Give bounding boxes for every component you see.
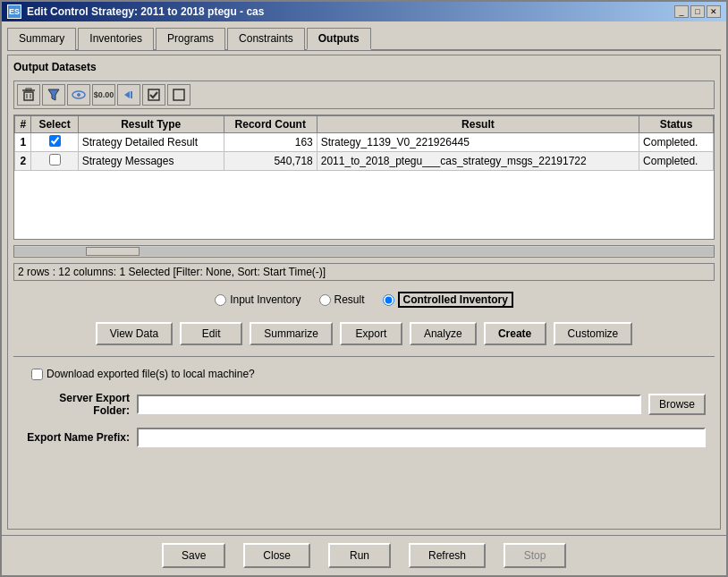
row-2-status: Completed. (639, 152, 714, 171)
radio-group: Input Inventory Result Controlled Invent… (13, 286, 715, 313)
server-export-label: Server Export Folder: (22, 392, 130, 417)
download-label: Download exported file(s) to local machi… (47, 368, 255, 380)
horizontal-scrollbar[interactable] (13, 245, 715, 258)
scrollbar-track (14, 247, 714, 256)
table-toolbar: $0.00 (13, 81, 715, 109)
svg-point-7 (77, 93, 80, 97)
radio-result[interactable]: Result (319, 293, 365, 306)
summarize-button[interactable]: Summarize (250, 322, 333, 345)
svg-marker-5 (48, 89, 59, 100)
close-window-button[interactable]: ✕ (707, 5, 721, 18)
svg-rect-0 (24, 92, 33, 100)
tabs-bar: Summary Inventories Programs Constraints… (7, 27, 721, 51)
server-export-row: Server Export Folder: Browse (13, 389, 715, 420)
create-button[interactable]: Create (484, 322, 546, 345)
tab-summary[interactable]: Summary (7, 28, 76, 50)
table-row[interactable]: 2 Strategy Messages 540,718 2011_to_2018… (15, 152, 714, 171)
window-controls: _ □ ✕ (674, 5, 721, 18)
svg-rect-10 (148, 89, 159, 100)
save-button[interactable]: Save (162, 543, 225, 568)
col-num: # (15, 116, 31, 133)
run-button[interactable]: Run (328, 543, 391, 568)
separator-1 (13, 356, 715, 357)
outputs-panel: Output Datasets $0.00 (7, 55, 721, 530)
svg-rect-11 (174, 89, 184, 100)
download-checkbox[interactable] (31, 369, 43, 380)
row-1-result-type: Strategy Detailed Result (78, 133, 224, 152)
edit-button[interactable]: Edit (180, 322, 242, 345)
row-2-result: 2011_to_2018_ptegu___cas_strategy_msgs_2… (317, 152, 639, 171)
row-2-record-count: 540,718 (224, 152, 317, 171)
download-checkbox-row: Download exported file(s) to local machi… (13, 364, 715, 384)
svg-marker-8 (124, 91, 130, 98)
radio-result-label: Result (334, 293, 365, 306)
app-icon: ES (7, 4, 21, 19)
rewind-button[interactable] (117, 84, 140, 106)
check-button[interactable] (142, 84, 165, 106)
export-name-label: Export Name Prefix: (22, 431, 130, 444)
row-2-result-type: Strategy Messages (78, 152, 224, 171)
svg-rect-2 (26, 89, 31, 90)
cost-button[interactable]: $0.00 (92, 84, 115, 106)
customize-button[interactable]: Customize (554, 322, 633, 345)
radio-input-label: Input Inventory (230, 293, 301, 306)
row-1-status: Completed. (639, 133, 714, 152)
main-window: ES Edit Control Strategy: 2011 to 2018 p… (0, 0, 728, 577)
server-export-folder[interactable] (137, 395, 641, 414)
results-table[interactable]: # Select Result Type Record Count Result… (13, 115, 715, 240)
export-button[interactable]: Export (340, 322, 402, 345)
row-1-num: 1 (15, 133, 31, 152)
col-select: Select (31, 116, 78, 133)
view-button[interactable] (67, 84, 90, 106)
radio-controlled-label: Controlled Inventory (398, 292, 513, 308)
title-bar: ES Edit Control Strategy: 2011 to 2018 p… (2, 2, 726, 21)
view-data-button[interactable]: View Data (96, 322, 173, 345)
action-buttons: View Data Edit Summarize Export Analyze … (13, 318, 715, 349)
row-1-result: Strategy_1139_V0_221926445 (317, 133, 639, 152)
scrollbar-thumb[interactable] (86, 247, 140, 256)
delete-button[interactable] (17, 84, 40, 106)
svg-rect-9 (131, 91, 132, 98)
export-name-prefix[interactable] (137, 428, 706, 447)
filter-button[interactable] (42, 84, 65, 106)
col-record-count: Record Count (224, 116, 317, 133)
bottom-buttons: Save Close Run Refresh Stop (2, 535, 726, 575)
tab-inventories[interactable]: Inventories (78, 28, 154, 50)
tab-outputs[interactable]: Outputs (307, 28, 371, 50)
tab-programs[interactable]: Programs (156, 28, 225, 50)
col-status: Status (639, 116, 714, 133)
tab-constraints[interactable]: Constraints (227, 28, 305, 50)
status-bar: 2 rows : 12 columns: 1 Selected [Filter:… (13, 263, 715, 281)
col-result: Result (317, 116, 639, 133)
radio-input-inventory[interactable]: Input Inventory (215, 293, 301, 306)
main-content: Summary Inventories Programs Constraints… (2, 21, 726, 535)
window-title: Edit Control Strategy: 2011 to 2018 pteg… (27, 5, 264, 18)
row-2-num: 2 (15, 152, 31, 171)
maximize-button[interactable]: □ (690, 5, 705, 18)
deselect-button[interactable] (167, 84, 190, 106)
stop-button[interactable]: Stop (504, 543, 566, 568)
row-1-record-count: 163 (224, 133, 317, 152)
col-result-type: Result Type (78, 116, 224, 133)
row-2-select[interactable] (31, 152, 78, 171)
browse-button[interactable]: Browse (648, 394, 706, 415)
close-button[interactable]: Close (243, 543, 310, 568)
export-name-row: Export Name Prefix: (13, 425, 715, 450)
panel-title: Output Datasets (13, 61, 715, 73)
radio-controlled-inventory[interactable]: Controlled Inventory (383, 292, 513, 308)
analyze-button[interactable]: Analyze (410, 322, 477, 345)
minimize-button[interactable]: _ (674, 5, 689, 18)
row-1-select[interactable] (31, 133, 78, 152)
table-row[interactable]: 1 Strategy Detailed Result 163 Strategy_… (15, 133, 714, 152)
refresh-button[interactable]: Refresh (409, 543, 486, 568)
